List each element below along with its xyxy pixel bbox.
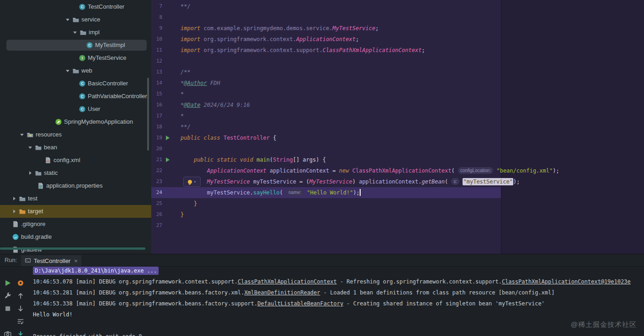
line-number: 23 xyxy=(151,176,162,187)
code-line: *@Author FDH xyxy=(181,78,220,89)
editor[interactable]: 7**/89import com.example.springmydemo.de… xyxy=(151,0,644,254)
console-link[interactable]: XmlBeanDefinitionReader xyxy=(244,289,320,296)
run-tab-testcontroller[interactable]: TestController × xyxy=(21,255,81,266)
text-caret xyxy=(360,189,361,196)
tree-row-service[interactable]: service xyxy=(0,13,151,26)
chevron-right-icon[interactable] xyxy=(11,196,17,201)
editor-line-23: 23 MyTestService myTestService = (MyTest… xyxy=(151,176,644,187)
tree-row-bean[interactable]: bean xyxy=(0,141,151,154)
chevron-down-icon[interactable] xyxy=(27,145,33,150)
svg-text:C: C xyxy=(81,5,84,9)
param-name-hint: configLocation: xyxy=(458,167,493,174)
tree-row-static[interactable]: static xyxy=(0,167,151,179)
console-line: 10:46:53.078 [main] DEBUG org.springfram… xyxy=(33,276,631,287)
editor-line-22: 22 ApplicationContext applicationContext… xyxy=(151,165,644,176)
tree-row-basiccontroller[interactable]: CBasicController xyxy=(0,77,151,90)
tree-item-label: test xyxy=(28,192,37,205)
tree-row-target[interactable]: target xyxy=(0,205,151,218)
tree-row-application-properties[interactable]: application.properties xyxy=(0,179,151,192)
console-line: 10:46:53.338 [main] DEBUG org.springfram… xyxy=(33,298,545,309)
soft-wrap-button[interactable] xyxy=(16,317,25,326)
tree-item-label: MyTestService xyxy=(88,52,127,64)
svg-text:C: C xyxy=(88,43,91,47)
resources-icon xyxy=(27,131,34,138)
console-output[interactable]: D:\Java\jdk1.8.0_241\bin\java.exe ...10:… xyxy=(29,266,644,336)
code-line: ApplicationContext applicationContext = … xyxy=(181,165,559,176)
run-gutter-icon[interactable] xyxy=(166,136,170,140)
tree-item-label: resources xyxy=(36,128,62,141)
tree-row-gitignore[interactable]: .gitignore xyxy=(0,218,151,231)
highlighted-string: "myTestService" xyxy=(463,178,513,185)
chevron-down-icon[interactable] xyxy=(65,68,70,74)
chevron-right-icon[interactable] xyxy=(27,170,33,176)
arrow-up-button[interactable] xyxy=(16,292,25,300)
tree-row-mytestservice[interactable]: IMyTestService xyxy=(0,52,151,64)
arrow-down-button[interactable] xyxy=(16,304,25,313)
tree-item-label: web xyxy=(81,64,92,77)
tree-row-resources[interactable]: resources xyxy=(0,128,151,141)
console-link[interactable]: ClassPathXmlApplicationContext@19e1023e xyxy=(502,278,631,285)
folder-excluded-icon xyxy=(19,208,26,215)
code-line: **/ xyxy=(181,121,191,132)
tree-row-web[interactable]: web xyxy=(0,64,151,77)
chevron-down-icon[interactable] xyxy=(65,17,70,22)
console-icon xyxy=(25,257,31,264)
code-line: myTestService.sayHello( name: "Hello Wor… xyxy=(181,187,361,198)
properties-icon xyxy=(37,182,44,189)
chevron-right-icon[interactable] xyxy=(11,209,17,214)
console-link[interactable]: DefaultListableBeanFactory xyxy=(257,300,343,307)
rerun-play-button[interactable] xyxy=(4,279,12,287)
editor-line-24: 24 myTestService.sayHello( name: "Hello … xyxy=(151,187,644,198)
editor-line-16: 16*@Date 2024/6/24 9:16 xyxy=(151,100,644,110)
tree-item-label: PathVariableController xyxy=(88,90,147,103)
tree-item-label: BasicController xyxy=(88,77,128,90)
tree-row-build-gradle[interactable]: build.gradle xyxy=(0,231,151,243)
folder-icon xyxy=(19,195,26,202)
intention-bulb-icon[interactable]: ▾ xyxy=(183,177,201,187)
console-line: D:\Java\jdk1.8.0_241\bin\java.exe ... xyxy=(33,266,159,276)
tree-row-pathvariablecontroller[interactable]: CPathVariableController xyxy=(0,90,151,103)
project-horizontal-scrollbar[interactable] xyxy=(0,247,145,250)
tree-row-mytestimpl[interactable]: CMyTestImpl xyxy=(0,39,151,52)
thread-dump-camera-button[interactable] xyxy=(4,330,12,336)
chevron-down-icon: ▾ xyxy=(194,180,196,184)
line-number: 8 xyxy=(151,12,162,23)
line-number: 17 xyxy=(151,110,162,121)
coverage-dot-button[interactable] xyxy=(16,279,25,287)
editor-line-7: 7**/ xyxy=(151,1,644,12)
console-line: Hello World! xyxy=(33,309,73,320)
svg-text:C: C xyxy=(81,94,84,99)
svg-text:C: C xyxy=(81,81,84,86)
editor-line-20: 20 xyxy=(151,143,644,154)
tree-item-label: .gitignore xyxy=(21,218,45,231)
scroll-to-end-button[interactable] xyxy=(16,330,25,336)
editor-line-21: 21 public static void main(String[] args… xyxy=(151,154,644,165)
tree-item-label: impl xyxy=(89,26,100,39)
chevron-down-icon[interactable] xyxy=(19,132,25,137)
tree-row-user[interactable]: CUser xyxy=(0,103,151,116)
run-tab-label: TestController xyxy=(34,257,70,264)
stop-button[interactable] xyxy=(4,304,12,313)
class-icon: C xyxy=(79,3,86,10)
editor-line-11: 11import org.springframework.context.sup… xyxy=(151,45,644,56)
code-line: } xyxy=(181,198,197,209)
chevron-down-icon[interactable] xyxy=(72,30,78,35)
line-number: 14 xyxy=(151,78,162,89)
tree-row-test[interactable]: test xyxy=(0,192,151,205)
line-number: 25 xyxy=(151,198,162,209)
project-vertical-scrollbar[interactable] xyxy=(147,78,149,151)
editor-line-19: 19public class TestController { xyxy=(151,132,644,143)
editor-line-13: 13/** xyxy=(151,67,644,78)
tree-row-testcontroller[interactable]: CTestController xyxy=(0,0,151,13)
run-gutter-icon[interactable] xyxy=(166,158,170,162)
editor-line-10: 10import org.springframework.context.App… xyxy=(151,34,644,45)
run-panel: Run: TestController × D:\Java\jdk1.8.0_2… xyxy=(0,254,644,336)
close-icon[interactable]: × xyxy=(74,257,78,264)
tree-selection-highlight xyxy=(6,40,147,51)
console-selected-text: D:\Java\jdk1.8.0_241\bin\java.exe ... xyxy=(33,267,159,275)
console-link[interactable]: ClassPathXmlApplicationContext xyxy=(238,278,337,285)
tree-row-config-xml[interactable]: </>config.xml xyxy=(0,154,151,167)
tree-row-springmydemoapplication[interactable]: SpringMydemoApplication xyxy=(0,116,151,128)
wrench-button[interactable] xyxy=(4,292,12,300)
tree-row-impl[interactable]: impl xyxy=(0,26,151,39)
